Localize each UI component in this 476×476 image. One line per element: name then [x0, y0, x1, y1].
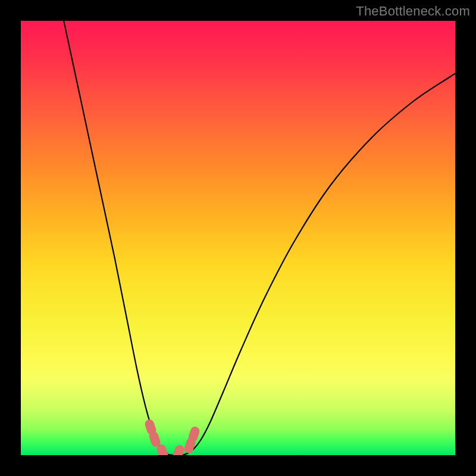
chart-frame: TheBottleneck.com — [0, 0, 476, 476]
markers-group — [144, 418, 201, 455]
curve-layer — [21, 21, 455, 455]
plot-area — [21, 21, 455, 455]
marker-dot — [172, 444, 186, 455]
bottleneck-curve — [62, 21, 455, 455]
watermark-text: TheBottleneck.com — [356, 4, 470, 19]
